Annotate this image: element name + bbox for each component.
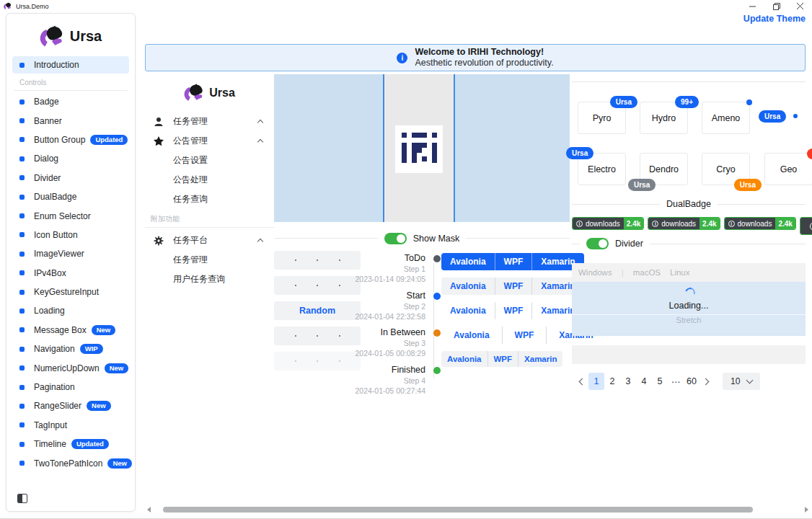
button[interactable]: Avalonia <box>441 351 487 367</box>
sidebar-item[interactable]: KeyGestureInput <box>12 283 129 301</box>
bullet-icon <box>19 461 25 466</box>
sidebar-item-introduction[interactable]: Introduction <box>12 56 129 74</box>
sidebar-item[interactable]: Loading <box>12 301 129 320</box>
bullet-icon <box>19 99 25 105</box>
sidebar-item[interactable]: Banner <box>12 111 129 130</box>
show-mask-toggle[interactable] <box>384 233 407 244</box>
sidebar-item[interactable]: Dialog <box>12 149 129 168</box>
scroll-left-icon[interactable] <box>147 507 151 513</box>
button-group-compact: AvaloniaWPFXamarin <box>441 351 562 367</box>
page-number[interactable]: 1 <box>588 373 604 390</box>
sidebar-item[interactable]: Message Box New <box>12 321 129 340</box>
image-viewer[interactable] <box>274 74 570 222</box>
button[interactable]: Xamarin <box>518 351 562 367</box>
timeline-step: In Between Step 3 2024-01-05 00:08:29 <box>355 327 425 365</box>
menu-group-task-mgmt[interactable]: 任务管理 <box>145 112 274 131</box>
button[interactable]: Avalonia <box>441 327 502 344</box>
restore-button[interactable] <box>764 0 788 12</box>
menu-group-announcement[interactable]: 公告管理 <box>145 131 274 151</box>
loading-text: Loading... <box>572 301 806 311</box>
sidebar-item[interactable]: Pagination <box>12 378 129 396</box>
random-button[interactable]: Random <box>274 301 361 320</box>
sidebar-item[interactable]: NumericUpDown New <box>12 358 129 377</box>
next-page-button[interactable] <box>700 373 714 390</box>
button[interactable]: WPF <box>495 278 532 295</box>
pagination-ellipsis: ⋯ <box>668 373 684 390</box>
chevron-up-icon <box>257 139 263 145</box>
collapse-sidebar-icon[interactable] <box>17 494 27 503</box>
sidebar-item[interactable]: Divider <box>12 169 129 187</box>
page-number[interactable]: 5 <box>652 373 668 390</box>
button[interactable]: Avalonia <box>441 253 495 270</box>
page-number-last[interactable]: 60 <box>684 373 700 390</box>
page-number[interactable]: 2 <box>604 373 620 390</box>
ipv4-input[interactable] <box>274 327 361 345</box>
button[interactable]: WPF <box>502 327 547 344</box>
sidebar-item[interactable]: Button Group Updated <box>12 130 129 149</box>
menu-item[interactable]: 用户任务查询 <box>145 270 274 289</box>
sidebar-item[interactable]: Icon Button <box>12 226 129 244</box>
bullet-icon <box>19 175 25 180</box>
sidebar-item[interactable]: Enum Selector <box>12 206 129 225</box>
scroll-right-icon[interactable] <box>805 507 808 513</box>
menu-item[interactable]: 公告设置 <box>145 151 274 170</box>
sidebar-item[interactable]: TwoTonePathIcon New <box>12 453 129 472</box>
page-size-select[interactable]: 10 <box>723 373 760 390</box>
page-number[interactable]: 3 <box>620 373 636 390</box>
gear-icon <box>153 236 164 246</box>
badge: Ursa <box>628 179 656 191</box>
bullet-icon <box>19 252 25 257</box>
ipv4-input[interactable] <box>274 251 361 270</box>
timeline-step-date: 2024-01-04 22:32:58 <box>355 311 425 321</box>
page-number[interactable]: 4 <box>636 373 652 390</box>
button[interactable]: WPF <box>495 253 532 270</box>
bullet-icon <box>19 270 25 275</box>
timeline-step-date: 2024-01-05 00:08:29 <box>355 348 425 358</box>
tab-windows[interactable]: Windows <box>578 268 612 277</box>
update-theme-button[interactable]: Update Theme <box>743 14 806 24</box>
divider-label: DualBadge <box>666 199 711 209</box>
button[interactable]: WPF <box>487 351 518 367</box>
close-button[interactable] <box>788 0 812 12</box>
ipv4-input[interactable] <box>274 276 361 295</box>
button[interactable]: Avalonia <box>441 302 495 319</box>
badge-card: Geo <box>764 153 812 185</box>
app-logo-icon <box>4 2 12 10</box>
window-title: Ursa.Demo <box>16 3 49 10</box>
bullet-icon <box>19 156 25 161</box>
menu-item[interactable]: 任务查询 <box>145 190 274 209</box>
menu-item[interactable]: 任务管理 <box>145 250 274 270</box>
sidebar-item[interactable]: Timeline Updated <box>12 435 129 453</box>
timeline-dot-icon <box>433 255 441 262</box>
tab-macos[interactable]: macOS <box>633 268 661 277</box>
empty-progress-bar <box>572 345 806 364</box>
button[interactable]: Avalonia <box>441 278 495 295</box>
badge-card: Cryo Ursa <box>702 153 750 185</box>
menu-group-task-platform[interactable]: 任务平台 <box>145 231 274 250</box>
divider-toggle[interactable] <box>586 238 609 249</box>
sidebar-item[interactable]: Badge <box>12 92 129 111</box>
sidebar-item[interactable]: Navigation WIP <box>12 340 129 358</box>
sidebar-item[interactable]: ImageViewer <box>12 244 129 263</box>
sidebar-item[interactable]: TagInput <box>12 416 129 435</box>
prev-page-button[interactable] <box>574 373 588 390</box>
timeline-step-label: Step 1 <box>355 264 425 274</box>
sidebar-item-label: KeyGestureInput <box>34 287 99 297</box>
scrollbar-thumb[interactable] <box>163 507 753 513</box>
sidebar-item[interactable]: RangeSlider New <box>12 396 129 415</box>
timeline-step-date: 2024-01-05 00:27:44 <box>355 386 425 396</box>
badge-card: Ameno <box>702 102 750 134</box>
tab-linux[interactable]: Linux <box>670 268 690 277</box>
bullet-icon <box>19 232 25 237</box>
badge: Ursa <box>734 179 762 191</box>
menu-item[interactable]: 公告处理 <box>145 170 274 190</box>
sidebar-item[interactable]: DualBadge <box>12 187 129 206</box>
bullet-icon <box>19 347 25 352</box>
sidebar-item[interactable]: IPv4Box <box>12 264 129 283</box>
dual-badge: downloads 2.4k <box>648 217 720 230</box>
timeline-step-date: 2023-01-14 09:24:05 <box>355 274 425 284</box>
pagination: 12345 ⋯ 60 10 <box>574 373 760 390</box>
minimize-button[interactable] <box>741 0 764 12</box>
button[interactable]: WPF <box>495 302 532 319</box>
divider-line <box>274 238 378 239</box>
